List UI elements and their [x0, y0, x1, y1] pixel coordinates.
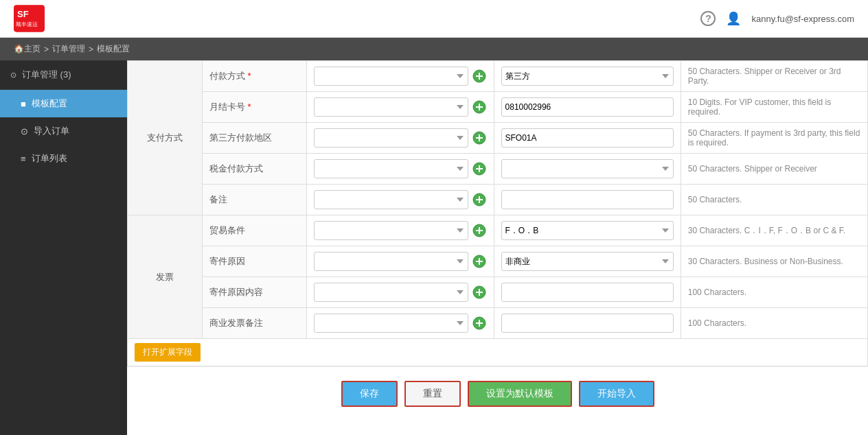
add-button-send-reason[interactable]	[472, 254, 487, 269]
user-area: ? 👤 kanny.fu@sf-express.com	[700, 11, 854, 26]
field-label-payment-method: 付款方式 *	[202, 61, 306, 92]
section-label-invoice: 发票	[128, 215, 203, 339]
add-button-third-party-area[interactable]	[472, 130, 487, 145]
breadcrumb-sep2: >	[89, 45, 93, 54]
plus-circle-icon-3	[472, 131, 486, 145]
svg-rect-5	[476, 75, 483, 77]
sidebar: ⊙ 订单管理 (3) ■ 模板配置 ⊙ 导入订单 ≡ 订单列表	[0, 60, 127, 435]
field-desc-monthly-card: 10 Digits. For VIP customer, this field …	[681, 92, 867, 123]
expand-fields-button[interactable]: 打开扩展字段	[135, 343, 201, 362]
sidebar-item-import-order[interactable]: ⊙ 导入订单	[0, 117, 127, 145]
select-remark[interactable]	[314, 190, 468, 209]
field-label-tax-payment: 税金付款方式	[202, 154, 306, 185]
import-icon: ⊙	[21, 126, 28, 137]
input-group-commercial-invoice-remark	[314, 314, 486, 333]
plus-circle-icon-9	[472, 316, 486, 330]
expand-cell: 打开扩展字段	[128, 339, 868, 366]
save-button[interactable]: 保存	[341, 381, 398, 407]
add-button-monthly-card[interactable]	[472, 99, 487, 115]
top-header: SF 顺丰速运 ? 👤 kanny.fu@sf-express.com	[0, 0, 868, 38]
field-input-third-party-area	[307, 123, 494, 154]
plus-circle-icon-5	[472, 193, 486, 207]
field-input-payment-method	[307, 61, 494, 92]
form-table: 支付方式 付款方式 *	[127, 60, 868, 366]
chevron-right-icon: ⊙	[10, 71, 16, 80]
import-button[interactable]: 开始导入	[579, 381, 654, 407]
svg-rect-23	[476, 261, 483, 262]
section-label-payment: 支付方式	[128, 61, 203, 215]
input-remark-value[interactable]	[501, 190, 674, 209]
field-value-remark	[494, 185, 681, 215]
breadcrumb-home[interactable]: 🏠主页	[14, 43, 41, 55]
required-star-2: *	[248, 102, 251, 112]
sidebar-section-order-management[interactable]: ⊙ 订单管理 (3)	[0, 60, 127, 90]
select-third-party-area[interactable]	[314, 128, 468, 148]
select-monthly-card[interactable]	[314, 97, 468, 117]
field-label-remark: 备注	[202, 185, 306, 215]
breadcrumb-level2: 模板配置	[97, 43, 130, 55]
select-trade-terms[interactable]	[314, 221, 468, 240]
breadcrumb: 🏠主页 > 订单管理 > 模板配置	[0, 38, 868, 60]
main-layout: ⊙ 订单管理 (3) ■ 模板配置 ⊙ 导入订单 ≡ 订单列表 支付方式	[0, 60, 868, 435]
table-row-send-reason-content: 寄件原因内容	[128, 277, 868, 308]
breadcrumb-level1[interactable]: 订单管理	[52, 43, 85, 55]
input-monthly-card-value[interactable]	[501, 97, 674, 117]
svg-rect-26	[476, 292, 483, 293]
svg-rect-17	[476, 199, 483, 200]
plus-circle-icon-6	[472, 224, 486, 237]
select-tax-payment[interactable]	[314, 159, 468, 178]
value-select-payment-method[interactable]: 第三方	[501, 67, 674, 86]
field-value-trade-terms: F．O．B	[494, 215, 681, 246]
field-label-monthly-card: 月结卡号 *	[202, 92, 306, 123]
field-value-commercial-invoice-remark	[494, 308, 681, 339]
select-send-reason[interactable]	[314, 252, 468, 271]
plus-circle-icon-8	[472, 285, 486, 299]
content-area: 支付方式 付款方式 *	[127, 60, 868, 435]
field-input-tax-payment	[307, 154, 494, 185]
add-button-tax-payment[interactable]	[472, 161, 487, 176]
add-button-payment-method[interactable]	[472, 69, 487, 84]
table-row-tax-payment: 税金付款方式	[128, 154, 868, 185]
field-input-send-reason-content	[307, 277, 494, 308]
add-button-send-reason-content[interactable]	[472, 285, 487, 300]
field-value-send-reason: 非商业	[494, 246, 681, 277]
table-row-remark: 备注	[128, 185, 868, 215]
reset-button[interactable]: 重置	[404, 381, 461, 407]
add-button-trade-terms[interactable]	[472, 223, 487, 238]
sidebar-item-label-2: 导入订单	[34, 125, 69, 137]
input-commercial-invoice-remark-value[interactable]	[501, 314, 674, 333]
sidebar-item-label-1: 模板配置	[32, 97, 67, 110]
set-default-button[interactable]: 设置为默认模板	[468, 381, 572, 407]
sidebar-item-label-3: 订单列表	[32, 152, 67, 165]
value-select-tax-payment[interactable]	[501, 159, 674, 178]
svg-rect-11	[476, 137, 483, 139]
sidebar-item-template-config[interactable]: ■ 模板配置	[0, 90, 127, 117]
breadcrumb-sep1: >	[44, 45, 49, 54]
svg-text:顺丰速运: 顺丰速运	[16, 21, 38, 27]
value-select-trade-terms[interactable]: F．O．B	[501, 221, 674, 240]
sidebar-item-order-list[interactable]: ≡ 订单列表	[0, 145, 127, 172]
svg-rect-8	[476, 106, 483, 108]
input-group-payment-method	[314, 67, 486, 86]
add-button-remark[interactable]	[472, 192, 487, 207]
value-select-send-reason[interactable]: 非商业	[501, 252, 674, 271]
field-label-send-reason: 寄件原因	[202, 246, 306, 277]
add-button-commercial-invoice-remark[interactable]	[472, 316, 487, 331]
select-commercial-invoice-remark[interactable]	[314, 314, 468, 333]
field-input-monthly-card	[307, 92, 494, 123]
field-input-remark	[307, 185, 494, 215]
field-desc-send-reason-content: 100 Characters.	[681, 277, 867, 308]
input-group-monthly-card	[314, 97, 486, 117]
help-icon[interactable]: ?	[700, 11, 716, 26]
input-send-reason-content-value[interactable]	[501, 283, 674, 302]
field-desc-remark: 50 Characters.	[681, 185, 867, 215]
action-area: 保存 重置 设置为默认模板 开始导入	[127, 366, 868, 421]
input-third-party-area-value[interactable]	[501, 128, 674, 148]
input-group-third-party-area	[314, 128, 486, 148]
field-value-third-party-area	[494, 123, 681, 154]
field-input-trade-terms	[307, 215, 494, 246]
value-group-tax-payment	[501, 159, 674, 178]
select-send-reason-content[interactable]	[314, 283, 468, 302]
select-payment-method[interactable]	[314, 67, 468, 86]
field-desc-trade-terms: 30 Characters. C．I．F, F．O．B or C & F.	[681, 215, 867, 246]
